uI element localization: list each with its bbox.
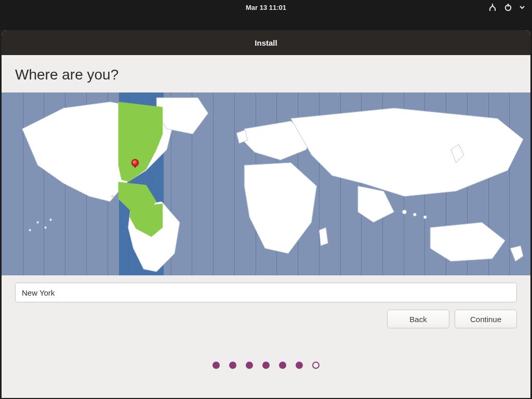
svg-point-7 [112,195,114,197]
step-dot [212,362,220,369]
svg-point-8 [37,221,39,223]
step-dot [229,362,236,369]
continue-button[interactable]: Continue [455,310,517,328]
svg-point-14 [423,216,427,219]
svg-rect-4 [508,4,509,7]
step-dot [279,362,286,369]
clock-label: Mar 13 11:01 [246,4,286,11]
timezone-map[interactable] [2,92,530,275]
svg-point-9 [45,227,47,229]
location-pin [131,159,139,166]
system-top-bar: Mar 13 11:01 [0,0,532,15]
location-field-row [2,275,530,302]
network-icon[interactable] [488,3,497,11]
power-icon[interactable] [504,3,512,11]
location-input[interactable] [15,283,517,302]
window-title: Install [255,38,277,47]
back-button[interactable]: Back [387,310,449,328]
svg-rect-1 [489,8,490,11]
system-tray [488,0,525,15]
progress-dots [2,328,530,369]
page-heading: Where are you? [2,55,530,92]
chevron-down-icon[interactable] [520,5,525,10]
world-map-svg [2,92,530,275]
svg-point-12 [402,210,406,214]
svg-point-13 [413,213,416,216]
installer-window: Install Where are you? [2,30,530,398]
window-titlebar: Install [2,30,530,55]
installer-content: Where are you? [2,55,530,398]
desktop-gap [0,15,532,30]
svg-point-10 [29,229,31,231]
step-dot [296,362,303,369]
svg-rect-2 [495,8,496,11]
step-dot [262,362,270,369]
svg-point-11 [49,219,51,221]
nav-button-row: Back Continue [2,302,530,328]
step-dot [246,362,253,369]
step-dot-current [312,362,320,369]
